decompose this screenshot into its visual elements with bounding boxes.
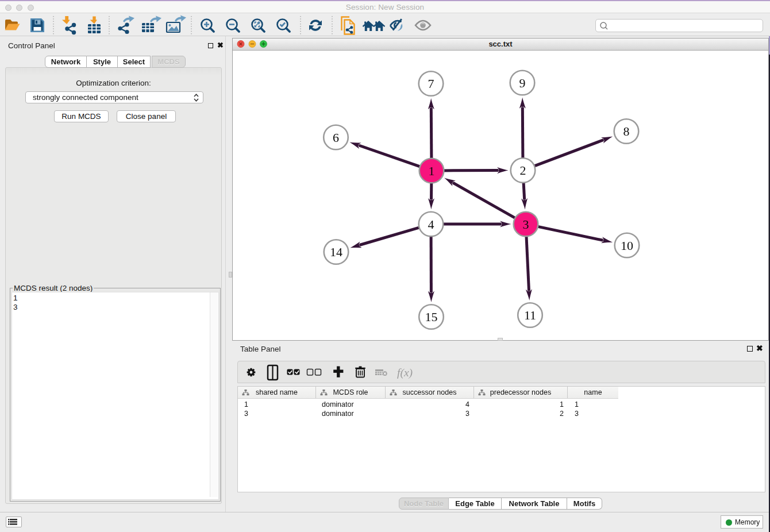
svg-text:9: 9: [519, 76, 526, 90]
svg-text:1: 1: [429, 164, 435, 178]
svg-text:8: 8: [623, 124, 630, 138]
svg-text:6: 6: [333, 130, 339, 145]
svg-text:4: 4: [428, 217, 434, 232]
svg-text:2: 2: [520, 163, 526, 178]
svg-text:15: 15: [425, 310, 438, 324]
svg-text:f(x): f(x): [397, 367, 413, 379]
svg-text:3: 3: [523, 217, 529, 232]
svg-text:10: 10: [621, 238, 633, 253]
svg-text:14: 14: [330, 245, 342, 259]
svg-text:7: 7: [428, 76, 434, 91]
svg-text:11: 11: [524, 308, 536, 322]
